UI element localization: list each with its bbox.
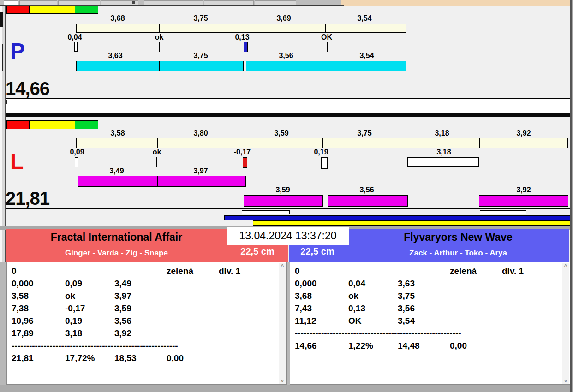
- left-jump-height: 22,5 cm: [231, 246, 284, 257]
- p-blue-tick: [244, 42, 248, 52]
- scroll-up-icon[interactable]: ^: [279, 263, 286, 269]
- toolbar-segment: [58, 0, 100, 5]
- table-cell: 3,56: [114, 316, 131, 326]
- p-start-tick: [74, 42, 78, 52]
- table-total-cell: 14,66: [295, 341, 317, 351]
- l-run1-time: 3,49: [94, 167, 140, 175]
- table-cell: 0,09: [65, 279, 82, 289]
- traffic-light-red: [6, 6, 30, 14]
- table-cell: div. 1: [502, 266, 524, 276]
- l-run2-time: 3,56: [344, 186, 390, 194]
- l-split-time: 3,92: [501, 129, 547, 137]
- l-start-tick: [75, 157, 78, 167]
- table-cell: 3,97: [114, 291, 131, 301]
- table-cell: 7,43: [295, 303, 312, 314]
- scroll-down-icon[interactable]: v: [562, 377, 569, 384]
- l-split-bar: [76, 138, 568, 148]
- toolbar-segment: [204, 0, 254, 5]
- p-dog-time: 3,75: [178, 52, 224, 60]
- toolbar-segment: [4, 0, 18, 5]
- toolbar-glyph: [132, 1, 135, 4]
- divider-tick: [6, 100, 7, 104]
- p-split-bar: [76, 24, 406, 33]
- p-change-mark-label: OK: [304, 33, 350, 42]
- l-split-time: 3,59: [258, 129, 304, 137]
- bottom-gray-strip: [0, 385, 573, 392]
- l-split-time: 3,75: [341, 129, 388, 137]
- p-split-time: 3,68: [95, 14, 141, 23]
- p-split-time: 3,54: [341, 14, 388, 23]
- right-team-dogs: Zack - Arthur - Toko - Arya: [348, 249, 568, 258]
- left-edge-mark: [0, 12, 3, 27]
- traffic-light-green: [75, 120, 98, 129]
- right-jump-height: 22,5 cm: [291, 246, 344, 257]
- table-separator: ----------------------------------------…: [295, 328, 461, 339]
- l-run2-bar-1: [244, 195, 323, 207]
- toolbar-segment: [255, 0, 296, 5]
- l-run1-bar: [78, 176, 246, 187]
- p-dog-time: 3,54: [344, 52, 390, 60]
- lane-divider-thick-bar: [6, 113, 570, 117]
- scroll-up-icon[interactable]: ^: [562, 263, 569, 269]
- table-cell: 17,89: [12, 328, 34, 339]
- l-run2-bar-3: [479, 195, 568, 207]
- l-change-mark-label: 3,18: [421, 148, 467, 156]
- scroll-down-icon[interactable]: v: [279, 377, 286, 384]
- left-team-dogs: Ginger - Varda - Zig - Snape: [9, 249, 224, 258]
- l-start-mark-label: 0,09: [54, 148, 100, 156]
- table-total-cell: 18,53: [114, 353, 137, 363]
- toolbar-tan-area: [341, 0, 573, 6]
- table-total-cell: 14,48: [398, 341, 420, 351]
- l-run2-bar-2: [328, 195, 408, 207]
- table-cell: OK: [348, 316, 362, 326]
- right-results-table: ^ v 0zelenádiv. 10,0000,043,633,68ok3,75…: [290, 262, 570, 385]
- table-total-cell: 17,72%: [65, 353, 95, 363]
- l-split-time: 3,80: [178, 129, 224, 137]
- table-cell: ok: [65, 291, 75, 301]
- bottom-outline-box-2: [480, 210, 526, 214]
- table-cell: 3,56: [398, 303, 415, 314]
- table-cell: 0,04: [348, 279, 365, 289]
- traffic-light-yellow-2: [52, 6, 75, 14]
- table-separator: ----------------------------------------…: [12, 341, 178, 351]
- traffic-light-yellow-1: [29, 120, 52, 129]
- table-cell: 3,54: [398, 316, 415, 326]
- left-edge-mark: [2, 44, 3, 71]
- l-red-tick: [243, 157, 247, 168]
- toolbar-segment: [19, 0, 57, 5]
- l-run2-time: 3,59: [260, 186, 306, 194]
- p-split-time: 3,69: [261, 14, 307, 23]
- p-dog-time: 3,56: [263, 52, 309, 60]
- table-cell: 11,12: [295, 316, 316, 326]
- flyball-timing-screen: 3,68 3,75 3,69 3,54 0,04 ok 0,13 OK 3,63…: [0, 0, 573, 392]
- lane-divider-line: [6, 98, 570, 99]
- p-dog-time: 3,63: [92, 52, 138, 60]
- l-total-time: 21,81: [6, 188, 49, 209]
- l-ok-tick: [156, 157, 157, 167]
- p-total-time: 14,66: [6, 78, 49, 99]
- table-cell: 7,38: [12, 303, 29, 314]
- l-change-mark-label: 0,19: [298, 148, 344, 156]
- p-dog-bar-2: [246, 61, 406, 71]
- l-split-time: 3,18: [419, 129, 465, 137]
- right-team-name: Flyvaryors New Wave: [348, 231, 568, 244]
- p-split-time: 3,75: [178, 14, 224, 23]
- l-white-tick: [321, 157, 328, 169]
- traffic-light-green: [75, 6, 98, 14]
- table-cell: 0: [295, 266, 300, 276]
- p-ok-tick: [327, 42, 328, 52]
- left-table-scrollbar[interactable]: ^ v: [279, 263, 286, 384]
- table-cell: zelená: [450, 266, 477, 276]
- lane-divider-white-band: [6, 99, 570, 113]
- p-change-mark-label: 0,13: [219, 33, 265, 42]
- p-lane-letter: P: [10, 40, 25, 63]
- table-total-cell: 1,22%: [348, 341, 373, 351]
- l-run1-time: 3,97: [178, 167, 224, 175]
- bottom-outline-box-1: [242, 210, 290, 214]
- p-start-mark-label: 0,04: [52, 33, 98, 42]
- right-table-scrollbar[interactable]: ^ v: [562, 263, 569, 384]
- bottom-separator-line: [6, 208, 571, 209]
- l-wide-white-box: [407, 157, 479, 167]
- table-cell: 0,000: [295, 279, 317, 289]
- datetime-display: 13.04.2024 13:37:20: [227, 227, 349, 245]
